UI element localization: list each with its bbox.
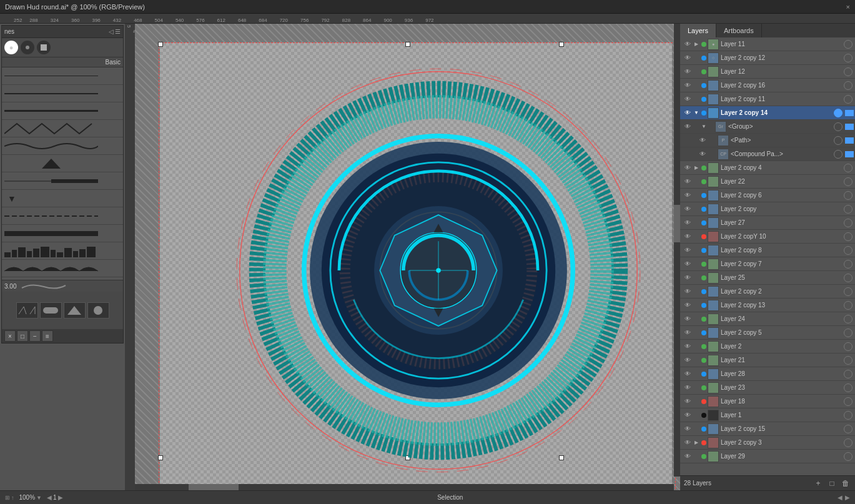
expand-icon[interactable]: ▶ <box>693 439 700 447</box>
zoom-arrow[interactable]: ▼ <box>36 495 42 501</box>
tab-artboards[interactable]: Artboards <box>716 24 762 37</box>
eye-icon[interactable]: 👁 <box>698 136 708 146</box>
eye-icon[interactable]: 👁 <box>683 177 693 187</box>
brushes-menu-icon[interactable]: ☰ <box>115 28 121 35</box>
eye-icon[interactable]: 👁 <box>683 410 693 420</box>
eye-icon[interactable]: 👁 <box>683 397 693 407</box>
expand-icon[interactable]: ▶ <box>693 41 700 48</box>
layer-item[interactable]: 👁 ▶ Layer 2 copy 7 <box>680 257 855 271</box>
layer-target[interactable] <box>844 219 853 227</box>
layer-target[interactable] <box>844 81 853 90</box>
scrollbar-thumb-v[interactable] <box>674 205 680 242</box>
layer-target[interactable] <box>844 54 853 62</box>
tab-layers[interactable]: Layers <box>680 24 716 37</box>
layer-target[interactable] <box>844 411 853 420</box>
eye-icon[interactable]: 👁 <box>683 53 693 63</box>
layer-item[interactable]: 👁 ▶ Layer 18 <box>680 395 855 408</box>
eye-icon[interactable]: 👁 <box>683 122 693 132</box>
eye-icon[interactable]: 👁 <box>683 287 693 297</box>
layer-target[interactable] <box>844 246 853 255</box>
brush-list[interactable]: ▼ <box>2 67 123 280</box>
brush-thumb-3[interactable] <box>64 302 86 319</box>
eye-icon[interactable]: 👁 <box>683 67 693 77</box>
layer-target[interactable] <box>834 122 843 131</box>
scrollbar-thumb-h[interactable] <box>189 484 239 490</box>
layer-target[interactable] <box>844 301 853 310</box>
layer-target[interactable] <box>834 109 843 117</box>
layer-item[interactable]: 👁 ▶ Layer 21 <box>680 353 855 367</box>
eye-icon[interactable]: 👁 <box>683 232 693 242</box>
eye-icon[interactable]: 👁 <box>683 259 693 269</box>
handle-bl[interactable] <box>158 455 163 460</box>
eye-icon[interactable]: 👁 <box>683 369 693 379</box>
brush-item-8[interactable]: ▼ <box>2 190 123 207</box>
layer-item[interactable]: 👁 ▶ ○ Layer 2 copy 12 <box>680 51 855 65</box>
eye-icon[interactable]: 👁 <box>683 300 693 310</box>
duplicate-layer-button[interactable]: □ <box>826 478 838 489</box>
artboard-prev[interactable]: ◀ <box>47 494 52 501</box>
brush-thumb-4[interactable] <box>87 302 109 319</box>
layer-target[interactable] <box>844 425 853 433</box>
eye-icon[interactable]: 👁 <box>683 218 693 228</box>
layer-target[interactable] <box>844 260 853 269</box>
new-layer-button[interactable]: + <box>813 478 824 489</box>
layer-target[interactable] <box>844 356 853 365</box>
brush-item-1[interactable] <box>2 67 123 85</box>
expand-icon[interactable]: ▶ <box>693 164 700 172</box>
status-zoom[interactable]: 100% ▼ <box>19 494 42 501</box>
layer-item[interactable]: 👁 ▶ Layer 28 <box>680 367 855 381</box>
layer-item[interactable]: 👁 ▶ Layer 2 copy 15 <box>680 422 855 436</box>
eye-icon[interactable]: 👁 <box>683 204 693 214</box>
layer-item[interactable]: 👁 ▶ Layer 27 <box>680 216 855 230</box>
layer-target[interactable] <box>844 205 853 214</box>
layer-target[interactable] <box>844 232 853 241</box>
layer-target[interactable] <box>844 191 853 200</box>
layer-item[interactable]: 👁 ▶ Layer 2 copy 6 <box>680 189 855 202</box>
layer-target[interactable] <box>844 315 853 324</box>
brush-item-2[interactable] <box>2 85 123 102</box>
brush-item-9[interactable] <box>2 207 123 225</box>
status-left-arrow[interactable]: ◀ <box>838 494 843 501</box>
layer-item[interactable]: 👁 ▶ Layer 25 <box>680 271 855 285</box>
eye-icon[interactable]: 👁 <box>683 245 693 255</box>
panel-footer-delete[interactable]: × <box>4 330 16 342</box>
layer-target[interactable] <box>844 164 853 172</box>
layer-item[interactable]: 👁 ▶ Layer 2 copy 8 <box>680 244 855 257</box>
layer-target[interactable] <box>844 67 853 76</box>
canvas-content[interactable] <box>135 24 680 490</box>
layer-target[interactable] <box>844 383 853 392</box>
layer-item[interactable]: 👁 ▶ Layer 2 copY 10 <box>680 230 855 244</box>
canvas-area[interactable]: 5 4 3 2 1 0 <box>125 24 680 490</box>
eye-icon[interactable]: 👁 <box>683 273 693 283</box>
layer-target[interactable] <box>844 342 853 351</box>
layer-item[interactable]: 👁 ▶ Layer 2 <box>680 340 855 353</box>
layer-item[interactable]: 👁 ▶ Layer 2 copy <box>680 202 855 216</box>
expand-icon[interactable]: ▼ <box>693 109 700 117</box>
vertical-scrollbar[interactable] <box>674 24 680 477</box>
brush-item-5[interactable] <box>2 137 123 155</box>
delete-layer-button[interactable]: 🗑 <box>840 478 851 489</box>
brush-item-3[interactable] <box>2 102 123 120</box>
eye-icon[interactable]: 👁 <box>683 190 693 200</box>
eye-icon[interactable]: 👁 <box>683 424 693 434</box>
layer-item[interactable]: 👁 ▶ Layer 2 copy 13 <box>680 299 855 312</box>
layer-item[interactable]: 👁 ▶ Layer 2 copy 3 <box>680 436 855 450</box>
layer-item[interactable]: 👁 ▶ Layer 2 copy 5 <box>680 326 855 340</box>
layer-group-item[interactable]: 👁 ▼ Gr <Group> <box>680 120 855 134</box>
eye-icon[interactable]: 👁 <box>683 438 693 448</box>
brush-item-4[interactable] <box>2 120 123 137</box>
panel-footer-new[interactable]: □ <box>17 330 28 342</box>
horizontal-scrollbar[interactable] <box>135 484 674 490</box>
layer-item[interactable]: 👁 ▶ Layer 2 copy 2 <box>680 285 855 299</box>
eye-icon[interactable]: 👁 <box>683 383 693 393</box>
layer-target[interactable] <box>844 287 853 296</box>
panel-footer-menu[interactable]: ≡ <box>42 330 53 342</box>
brush-item-10[interactable] <box>2 225 123 242</box>
eye-icon[interactable]: 👁 <box>683 163 693 173</box>
handle-tl[interactable] <box>158 42 163 47</box>
layer-item[interactable]: 👁 ▶ Layer 24 <box>680 312 855 326</box>
layer-path-item[interactable]: 👁 P <Path> <box>680 134 855 147</box>
panel-footer-minus[interactable]: − <box>29 330 41 342</box>
eye-icon[interactable]: 👁 <box>683 108 693 118</box>
layer-item[interactable]: 👁 ▶ Layer 12 <box>680 65 855 79</box>
